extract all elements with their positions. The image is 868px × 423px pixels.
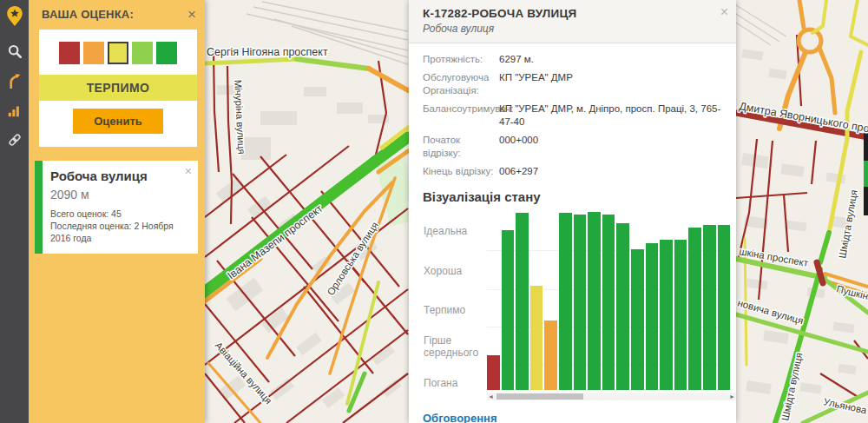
- rating-swatch-3[interactable]: [132, 42, 153, 64]
- stats-bars-icon[interactable]: [0, 96, 29, 125]
- rating-swatch-2[interactable]: [108, 42, 128, 64]
- chart-bar-3[interactable]: [530, 286, 543, 390]
- chart-bar-0[interactable]: [487, 355, 500, 390]
- chart-title: Візуалізація стану: [423, 189, 724, 204]
- street-card: × Робоча вулиця 2090 м Всего оценок: 45 …: [35, 161, 198, 254]
- field-label: Початок відрізку:: [423, 134, 499, 160]
- scroll-right-arrow-icon[interactable]: ►: [728, 393, 736, 400]
- vote-card: ТЕРПИМО Оценить: [39, 30, 197, 147]
- field-value: 006+297: [499, 165, 538, 178]
- field-value: КП "УРЕА" ДМР: [499, 71, 573, 97]
- chart-bar-4[interactable]: [544, 321, 557, 390]
- street-card-title: Робоча вулиця: [50, 169, 189, 183]
- close-icon[interactable]: ×: [720, 4, 728, 20]
- field-label: Обслуговуюча Організація:: [423, 71, 499, 97]
- field-label: Балансоутримувач:: [423, 102, 499, 129]
- street-card-total-votes: Всего оценок: 45: [50, 208, 189, 220]
- scroll-left-arrow-icon[interactable]: ◄: [487, 393, 495, 400]
- chart-bar-6[interactable]: [574, 215, 587, 390]
- chart-bar-9[interactable]: [616, 223, 629, 390]
- verdict-label: ТЕРПИМО: [39, 75, 197, 101]
- rating-swatch-1[interactable]: [83, 42, 104, 64]
- road-title: К-17282-РОБОЧА ВУЛИЦЯ: [423, 7, 722, 20]
- field-row: Балансоутримувач: КП "УРЕА" ДМР, м. Дніп…: [423, 102, 724, 129]
- chart-bar-16[interactable]: [718, 225, 731, 390]
- field-row: Протяжність: 6297 м.: [423, 53, 724, 66]
- road-subtitle: Робоча вулиця: [423, 23, 722, 35]
- field-label: Кінець відрізку:: [423, 165, 499, 178]
- close-icon[interactable]: ×: [187, 10, 196, 20]
- chart-bar-7[interactable]: [588, 212, 601, 390]
- rate-button[interactable]: Оценить: [73, 109, 163, 134]
- street-card-last-vote: Последняя оценка: 2 Ноября 2016 года: [50, 220, 189, 244]
- discussion-link[interactable]: Обговорення: [423, 412, 497, 423]
- y-axis-label: Ідеальна: [424, 225, 486, 237]
- field-row: Кінець відрізку: 006+297: [423, 165, 724, 178]
- close-icon[interactable]: ×: [185, 164, 192, 178]
- street-label: Сергія Нігояна проспект: [207, 46, 328, 58]
- chart-bar-10[interactable]: [631, 249, 644, 390]
- field-label: Протяжність:: [423, 53, 499, 66]
- link-chain-icon[interactable]: [0, 125, 29, 155]
- field-row: Початок відрізку: 000+000: [423, 134, 724, 160]
- route-icon[interactable]: [0, 66, 29, 96]
- condition-chart: Ідеальна Хороша Терпимо Гірше середнього…: [423, 212, 724, 390]
- logo-pin-star-icon[interactable]: [0, 0, 29, 36]
- y-axis-label: Хороша: [424, 265, 486, 277]
- road-detail-panel: К-17282-РОБОЧА ВУЛИЦЯ Робоча вулиця × Пр…: [409, 0, 736, 423]
- y-axis-label: Терпимо: [424, 304, 486, 316]
- scrollbar-thumb[interactable]: [496, 393, 583, 400]
- street-card-length: 2090 м: [50, 188, 189, 202]
- chart-bar-14[interactable]: [688, 228, 701, 390]
- field-value: 000+000: [499, 134, 538, 160]
- field-value: 6297 м.: [499, 53, 534, 66]
- field-value: КП "УРЕА" ДМР, м. Дніпро, просп. Праці, …: [499, 102, 724, 129]
- chart-bars: [487, 212, 730, 390]
- chart-bar-5[interactable]: [559, 213, 572, 390]
- chart-bar-15[interactable]: [703, 225, 716, 390]
- edge-strip: [864, 129, 868, 215]
- rating-swatch-4[interactable]: [156, 42, 177, 64]
- rating-swatches: [39, 30, 197, 75]
- y-axis-label: Погана: [424, 377, 486, 389]
- chart-bar-2[interactable]: [516, 213, 529, 390]
- chart-bar-11[interactable]: [646, 243, 659, 390]
- rating-panel-title: ВАША ОЦЕНКА:: [42, 8, 187, 21]
- rating-swatch-0[interactable]: [59, 42, 80, 64]
- chart-bar-8[interactable]: [602, 215, 615, 390]
- app-sidebar: [0, 0, 29, 423]
- chart-scrollbar[interactable]: ◄ ►: [487, 393, 736, 400]
- search-icon[interactable]: [0, 36, 29, 66]
- field-row: Обслуговуюча Організація: КП "УРЕА" ДМР: [423, 71, 724, 97]
- chart-bar-12[interactable]: [660, 240, 673, 390]
- y-axis-label: Гірше середнього: [424, 334, 486, 360]
- chart-bar-13[interactable]: [674, 240, 687, 390]
- rating-panel: ВАША ОЦЕНКА: × ТЕРПИМО Оценить × Робоча …: [29, 0, 205, 423]
- chart-bar-1[interactable]: [502, 230, 515, 390]
